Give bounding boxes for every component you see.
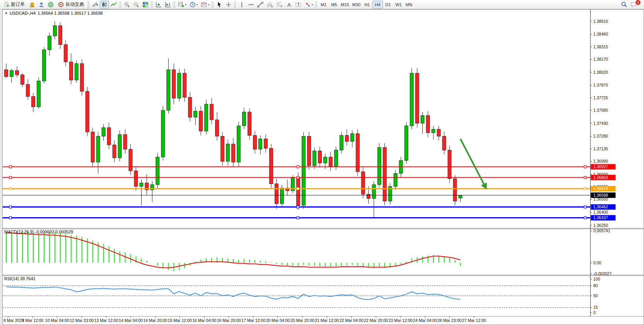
timeframe-button-m1[interactable]: M1 (318, 1, 329, 9)
line-chart-mode-button[interactable] (109, 1, 118, 9)
candle-body (75, 64, 78, 80)
candle-body (215, 120, 219, 136)
auto-trading-button[interactable]: 自动交易 (55, 1, 87, 9)
deposit-button[interactable] (27, 1, 37, 9)
timeframe-button-h1[interactable]: H1 (362, 1, 372, 9)
date-axis-label: 10 Mar 04:00 (45, 318, 69, 323)
candle-body (129, 149, 132, 171)
line-handle[interactable] (9, 176, 12, 179)
channel-tool-button[interactable]: E (265, 1, 275, 9)
line-handle[interactable] (297, 166, 299, 168)
horizontal-line-tool-button[interactable] (246, 1, 256, 9)
new-order-button[interactable]: 新订单 (1, 1, 27, 9)
line-handle[interactable] (297, 206, 299, 208)
line-handle[interactable] (584, 176, 586, 179)
chart-canvas[interactable]: 1.386101.384601.383151.381701.380201.378… (3, 10, 644, 325)
zoom-in-icon (124, 2, 130, 8)
macd-signal-line (6, 233, 460, 268)
toolbar-grip (315, 2, 317, 8)
user-icon (38, 2, 44, 8)
bar-chart-mode-button[interactable] (91, 1, 100, 9)
line-handle[interactable] (584, 166, 586, 168)
crosshair-icon (225, 2, 232, 8)
zoom-out-button[interactable] (132, 1, 141, 9)
date-axis-label: 15 Mar 12:00 (168, 318, 192, 323)
notifications-button[interactable]: 1 (629, 1, 639, 9)
line-handle[interactable] (297, 176, 299, 179)
new-order-icon (4, 2, 9, 7)
svg-text:1.36927: 1.36927 (593, 164, 608, 169)
price-axis-tick: 1.36250 (593, 223, 608, 228)
line-handle[interactable] (297, 217, 299, 219)
text-tool-button[interactable]: A (284, 1, 294, 9)
chart-shift-button[interactable] (163, 1, 173, 9)
auto-scroll-button[interactable] (154, 1, 163, 9)
trend-arrow[interactable] (460, 139, 486, 188)
line-handle[interactable] (9, 166, 12, 168)
line-handle[interactable] (9, 187, 12, 190)
notification-badge: 1 (635, 0, 641, 5)
line-handle[interactable] (584, 206, 586, 208)
line-handle[interactable] (9, 206, 12, 208)
trendline-tool-button[interactable] (256, 1, 265, 9)
candle-body (318, 151, 321, 163)
svg-text:T: T (297, 2, 300, 7)
timeframe-button-m30[interactable]: M30 (350, 1, 362, 9)
line-handle[interactable] (584, 217, 586, 219)
templates-button[interactable]: ▾ (199, 1, 211, 9)
timeframe-button-d1[interactable]: D1 (383, 1, 393, 9)
line-handle[interactable] (297, 187, 299, 190)
candle-body (307, 136, 311, 166)
price-level-line-1.36462[interactable] (3, 206, 590, 208)
timeframe-button-w1[interactable]: W1 (393, 1, 404, 9)
candle-body (140, 183, 143, 186)
symbol-dropdown-icon[interactable]: ▼ (5, 12, 8, 15)
vertical-line-tool-button[interactable] (237, 1, 246, 9)
svg-text:1.36337: 1.36337 (593, 215, 608, 220)
candle-body (91, 132, 94, 162)
timeframe-button-mn[interactable]: MN (404, 1, 414, 9)
indicators-button[interactable]: ▾ (176, 1, 188, 9)
date-axis[interactable]: 8 Mar 20239 Mar 12:0010 Mar 04:0012 Mar … (3, 316, 486, 323)
arrows-tool-button[interactable]: ▾ (303, 1, 314, 9)
crosshair-button[interactable] (224, 1, 233, 9)
candlestick-mode-button[interactable] (100, 1, 109, 9)
periods-button[interactable]: ▾ (188, 1, 199, 9)
search-button[interactable] (619, 1, 629, 9)
timeframe-button-m5[interactable]: M5 (329, 1, 339, 9)
candle-body (275, 184, 278, 204)
candle-body (69, 62, 73, 80)
candle-body (448, 150, 451, 179)
timeframe-button-m15[interactable]: M15 (339, 1, 350, 9)
candle-body (383, 148, 386, 201)
candle-body (350, 134, 354, 141)
price-level-axis-label: 1.36803 (591, 175, 616, 180)
candle-body (421, 116, 424, 123)
price-level-line-1.36803[interactable] (3, 176, 590, 179)
line-handle[interactable] (9, 217, 12, 219)
price-level-line-1.36674[interactable] (3, 187, 590, 190)
price-level-line-1.36927[interactable] (3, 166, 590, 168)
chart-window[interactable]: 1.386101.384601.383151.381701.380201.378… (2, 9, 644, 325)
svg-text:E: E (271, 5, 273, 8)
rsi-axis-tick: 100 (593, 277, 600, 281)
line-handle[interactable] (584, 187, 586, 190)
candle-body (31, 97, 35, 107)
cursor-button[interactable] (215, 1, 224, 9)
price-axis-tick: 1.36990 (593, 159, 608, 163)
toolbar-grip (173, 2, 175, 8)
toolbar-grip (234, 2, 236, 8)
candle-body (394, 174, 397, 187)
svg-text:1.36598: 1.36598 (593, 193, 608, 197)
timeframe-button-h4[interactable]: H4 (372, 1, 383, 9)
vertical-line-icon (239, 2, 245, 8)
label-tool-button[interactable]: T (294, 1, 303, 9)
zoom-in-button[interactable] (122, 1, 132, 9)
community-button[interactable] (37, 1, 46, 9)
tile-windows-button[interactable] (141, 1, 150, 9)
candle-body (26, 84, 29, 96)
rsi-axis-tick: 15 (593, 305, 598, 310)
signals-button[interactable] (46, 1, 55, 9)
price-level-line-1.36337[interactable] (3, 217, 590, 219)
fibonacci-tool-button[interactable]: F (275, 1, 284, 9)
